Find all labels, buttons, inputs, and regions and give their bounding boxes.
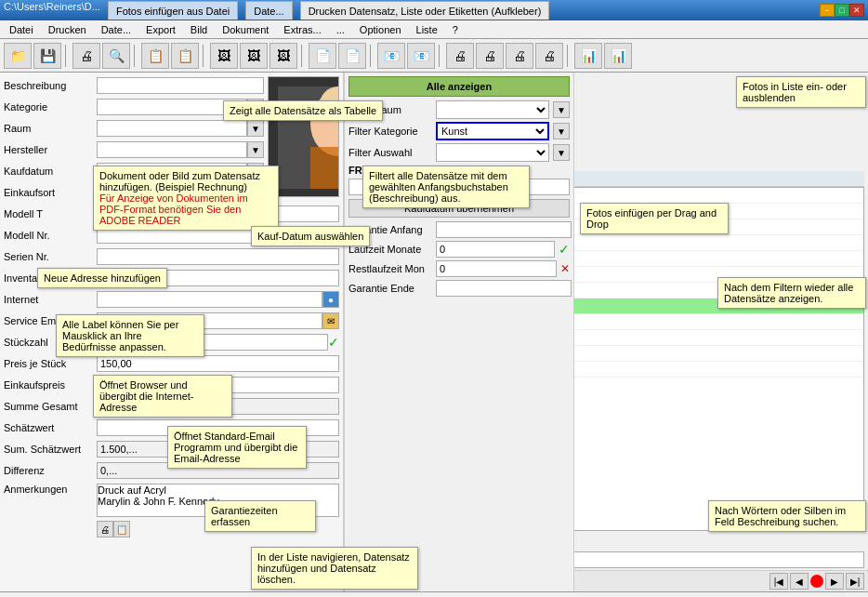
toolbar-search[interactable]: 🔍 <box>102 43 130 69</box>
tooltip-alle-anzeigen-text: Nach dem Filtern wieder alle Datensätze … <box>724 282 853 304</box>
garantie-anfang-input[interactable] <box>436 221 572 238</box>
tooltip-adobe-text: Für Anzeige von Dokumenten im PDF-Format… <box>99 192 248 226</box>
hersteller-input[interactable] <box>97 141 247 158</box>
tab-fotos[interactable]: Fotos einfügen aus Datei <box>108 1 238 20</box>
tooltip-filtert: Filtert alle Datensätze mit dem gewählte… <box>362 166 530 208</box>
kaufdatum-label[interactable]: Kaufdatum <box>4 166 97 177</box>
toolbar-print4[interactable]: 🖨 <box>535 43 563 69</box>
toolbar: 📁 💾 🖨 🔍 📋 📋 🖼 🖼 🖼 📄 📄 📧 📧 🖨 🖨 🖨 🖨 📊 📊 <box>0 39 868 73</box>
modell-t-label[interactable]: Modell T <box>4 208 97 219</box>
menu-more[interactable]: ... <box>331 22 350 37</box>
serien-nr-input[interactable] <box>97 248 339 265</box>
toolbar-print3[interactable]: 🖨 <box>506 43 533 69</box>
close-button[interactable]: ✕ <box>849 4 864 17</box>
menu-bild[interactable]: Bild <box>185 22 213 37</box>
toolbar-image2[interactable]: 🖼 <box>240 43 268 69</box>
hersteller-label[interactable]: Hersteller <box>4 144 97 155</box>
internet-browser-btn[interactable]: ● <box>322 291 339 308</box>
toolbar-sep1 <box>65 45 69 67</box>
differenz-label[interactable]: Differenz <box>4 465 97 476</box>
tooltip-alle-label-text: Alle Label können Sie per Mausklick an I… <box>62 319 178 352</box>
raum-input[interactable] <box>97 120 247 137</box>
email-send-btn[interactable]: ✉ <box>322 312 339 329</box>
menu-datei[interactable]: Datei <box>4 22 39 37</box>
toolbar-email1[interactable]: 📧 <box>377 43 405 69</box>
toolbar-print2[interactable]: 🖨 <box>476 43 504 69</box>
menu-help[interactable]: ? <box>447 22 464 37</box>
einkaufsort-label[interactable]: Einkaufsort <box>4 187 97 198</box>
toolbar-print[interactable]: 🖨 <box>72 43 100 69</box>
nav-first[interactable]: |◀ <box>769 573 788 590</box>
toolbar-image1[interactable]: 🖼 <box>210 43 238 69</box>
internet-input[interactable] <box>97 291 322 308</box>
toolbar-sep2 <box>134 45 138 67</box>
filter-kategorie-select[interactable]: Kunst <box>436 122 549 140</box>
nav-prev[interactable]: ◀ <box>790 573 809 590</box>
svg-rect-3 <box>310 147 339 189</box>
kategorie-label[interactable]: Kategorie <box>4 101 97 113</box>
menu-date[interactable]: Date... <box>96 22 137 37</box>
tooltip-neue-adresse: Neue Adresse hinzufügen <box>37 268 167 288</box>
raum-label[interactable]: Raum <box>4 123 97 134</box>
tooltip-browser: Öffnet Browser und übergibt die Internet… <box>93 375 232 418</box>
restlaufzeit-input[interactable] <box>436 260 557 277</box>
einkaufspreis-label[interactable]: Einkaufspreis <box>4 379 97 391</box>
beschreibung-label[interactable]: Beschreibung <box>4 80 97 91</box>
alle-anzeigen-button[interactable]: Alle anzeigen <box>349 76 570 97</box>
menu-dokument[interactable]: Dokument <box>217 22 274 37</box>
laufzeit-monate-input[interactable] <box>436 241 555 258</box>
maximize-button[interactable]: □ <box>835 4 849 17</box>
toolbar-table2[interactable]: 📊 <box>604 43 632 69</box>
filter-kategorie-dropdown[interactable]: ▼ <box>553 123 570 139</box>
toolbar-copy[interactable]: 📋 <box>141 43 169 69</box>
filter-auswahl-dropdown[interactable]: ▼ <box>553 144 570 161</box>
tooltip-woerter: Nach Wörtern oder Silben im Feld Beschre… <box>708 500 866 532</box>
menu-extras[interactable]: Extras... <box>278 22 326 37</box>
tooltip-dokument-text: Dokument oder Bild zum Datensatz hinzufü… <box>99 170 260 192</box>
nav-last[interactable]: ▶| <box>846 573 864 590</box>
menu-bar: Datei Drucken Date... Export Bild Dokume… <box>0 20 868 39</box>
restlaufzeit-label: Restlaufzeit Mon <box>349 263 432 274</box>
preis-je-stueck-input[interactable] <box>97 355 339 372</box>
raum-dropdown[interactable]: ▼ <box>247 120 264 137</box>
schaetzwert-label[interactable]: Schätzwert <box>4 422 97 433</box>
tooltip-alle-anzeigen: Nach dem Filtern wieder alle Datensätze … <box>717 277 866 309</box>
tooltip-navigieren-text: In der Liste navigieren, Datensatz hinzu… <box>257 551 410 585</box>
toolbar-doc1[interactable]: 📄 <box>309 43 336 69</box>
preis-je-stueck-label[interactable]: Preis je Stück <box>4 358 97 369</box>
menu-liste[interactable]: Liste <box>411 22 443 37</box>
tab-drucken[interactable]: Drucken Datensatz, Liste oder Etiketten … <box>300 1 550 20</box>
record-indicator <box>810 575 823 588</box>
garantie-ende-input[interactable] <box>436 280 572 297</box>
toolbar-table1[interactable]: 📊 <box>574 43 602 69</box>
toolbar-doc2[interactable]: 📄 <box>338 43 366 69</box>
toolbar-paste[interactable]: 📋 <box>171 43 199 69</box>
filter-raum-select[interactable] <box>436 100 549 119</box>
menu-export[interactable]: Export <box>140 22 181 37</box>
toolbar-open[interactable]: 📁 <box>4 43 32 69</box>
anmerkungen-btn1[interactable]: 🖨 <box>97 521 113 537</box>
tab-date[interactable]: Date... <box>245 1 292 20</box>
toolbar-save[interactable]: 💾 <box>33 43 61 69</box>
modell-nr-label[interactable]: Modell Nr. <box>4 230 97 241</box>
tooltip-dokument-bild: Dokument oder Bild zum Datensatz hinzufü… <box>93 166 279 231</box>
sum-schaetzwert-label[interactable]: Sum. Schätzwert <box>4 444 97 455</box>
summe-gesamt-label[interactable]: Summe Gesamt <box>4 401 97 412</box>
filter-auswahl-select[interactable] <box>436 143 549 162</box>
internet-label[interactable]: Internet <box>4 294 97 305</box>
menu-optionen[interactable]: Optionen <box>354 22 407 37</box>
beschreibung-input[interactable] <box>97 77 264 94</box>
filter-raum-dropdown[interactable]: ▼ <box>553 101 570 118</box>
toolbar-print1[interactable]: 🖨 <box>446 43 474 69</box>
serien-nr-label[interactable]: Serien Nr. <box>4 251 97 262</box>
hersteller-dropdown[interactable]: ▼ <box>247 141 264 158</box>
nav-next[interactable]: ▶ <box>825 573 844 590</box>
anmerkungen-btn2[interactable]: 📋 <box>113 521 130 537</box>
toolbar-email2[interactable]: 📧 <box>407 43 435 69</box>
toolbar-image3[interactable]: 🖼 <box>270 43 297 69</box>
anmerkungen-label[interactable]: Anmerkungen <box>4 484 97 495</box>
minimize-button[interactable]: − <box>820 4 835 17</box>
restlaufzeit-x: ✕ <box>560 262 570 275</box>
menu-drucken[interactable]: Drucken <box>43 22 92 37</box>
filter-auswahl-row: Filter Auswahl ▼ <box>349 143 570 162</box>
